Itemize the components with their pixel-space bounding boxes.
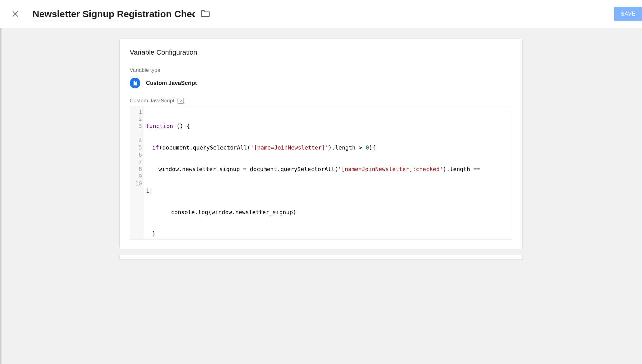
custom-js-field-label: Custom JavaScript bbox=[130, 98, 174, 104]
variable-type-value: Custom JavaScript bbox=[146, 80, 197, 86]
folder-button[interactable] bbox=[201, 9, 210, 19]
variable-type-label: Variable type bbox=[130, 67, 512, 73]
line-number: 3 bbox=[132, 122, 142, 130]
line-number: 2 bbox=[132, 115, 142, 122]
card-title: Variable Configuration bbox=[130, 48, 512, 57]
code-token: ){ bbox=[369, 144, 376, 151]
line-number: 6 bbox=[132, 151, 142, 158]
line-number: 9 bbox=[132, 173, 142, 180]
variable-configuration-card: Variable Configuration Variable type Cus… bbox=[119, 39, 523, 249]
code-editor[interactable]: 1 2 3 4 5 6 7 8 9 10 function () { if(do… bbox=[130, 106, 512, 239]
custom-js-icon bbox=[130, 78, 140, 88]
close-icon bbox=[11, 9, 20, 19]
next-card-peek bbox=[119, 255, 523, 260]
code-token: ; bbox=[149, 187, 153, 194]
help-button[interactable]: ? bbox=[178, 98, 184, 104]
close-button[interactable] bbox=[8, 6, 23, 22]
folder-icon bbox=[201, 9, 210, 19]
line-number: 8 bbox=[132, 165, 142, 173]
code-token: (document.querySelectorAll( bbox=[159, 144, 251, 151]
code-token: ).length == bbox=[443, 166, 484, 172]
variable-type-row[interactable]: Custom JavaScript bbox=[130, 78, 512, 88]
code-token: if bbox=[152, 144, 159, 151]
code-gutter: 1 2 3 4 5 6 7 8 9 10 bbox=[130, 106, 144, 239]
code-token: '[name=JoinNewsletter]:checked' bbox=[338, 166, 443, 172]
code-token: function bbox=[146, 123, 173, 129]
line-number: 5 bbox=[132, 144, 142, 151]
top-bar: SAVE bbox=[0, 0, 642, 28]
field-label-row: Custom JavaScript ? bbox=[130, 98, 512, 104]
code-token: () { bbox=[173, 123, 190, 129]
code-token: 1 bbox=[146, 187, 149, 194]
line-number: 1 bbox=[132, 108, 142, 115]
code-token: console.log(window.newsletter_signup) bbox=[171, 209, 296, 215]
code-token: '[name=JoinNewsletter]' bbox=[250, 144, 328, 151]
panel-left-shadow bbox=[0, 0, 2, 364]
line-number: 4 bbox=[132, 137, 142, 144]
title-wrap bbox=[33, 7, 210, 21]
content-area: Variable Configuration Variable type Cus… bbox=[0, 28, 642, 364]
variable-name-input[interactable] bbox=[33, 7, 195, 21]
code-token: window.newsletter_signup = document.quer… bbox=[158, 166, 338, 172]
code-body[interactable]: function () { if(document.querySelectorA… bbox=[144, 106, 512, 239]
code-token: 0 bbox=[366, 144, 369, 151]
code-token: ).length > bbox=[329, 144, 366, 151]
line-number: 7 bbox=[132, 158, 142, 165]
save-button[interactable]: SAVE bbox=[614, 7, 642, 21]
line-number: 10 bbox=[132, 180, 142, 187]
code-token: } bbox=[152, 230, 156, 237]
